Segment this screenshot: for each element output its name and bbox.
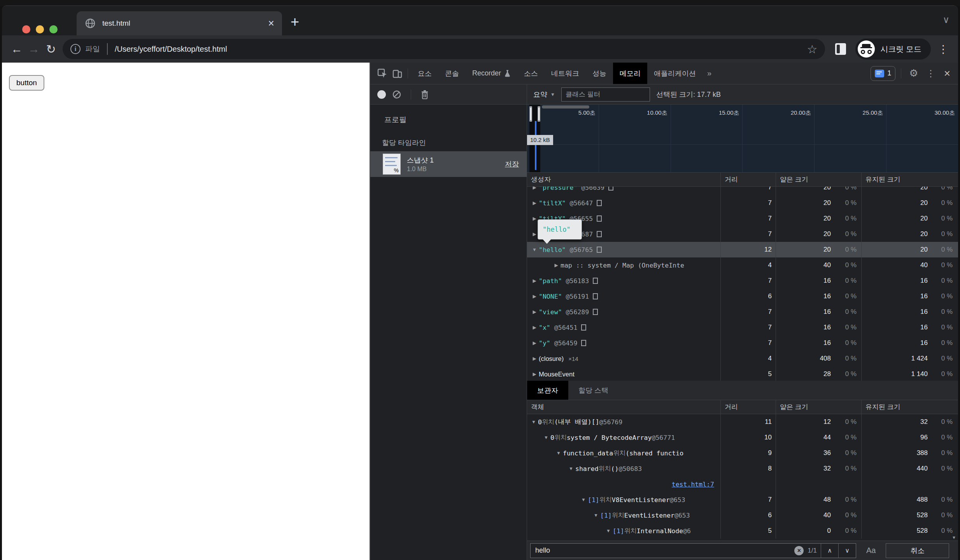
clear-search-icon[interactable]: × bbox=[794, 546, 804, 555]
retainers-tab-보관자[interactable]: 보관자 bbox=[527, 381, 568, 400]
clear-profiles-icon[interactable] bbox=[392, 90, 401, 99]
heap-row[interactable]: ▶"y"@564597160 %160 % bbox=[527, 335, 958, 351]
selection-handle-right[interactable] bbox=[538, 106, 540, 122]
devtools-tab-메모리[interactable]: 메모리 bbox=[613, 63, 647, 84]
col-retained-size[interactable]: 유지된 크기 bbox=[861, 173, 958, 186]
heap-row[interactable]: ▶MouseEvent5280 %1 1400 % bbox=[527, 366, 958, 381]
object-preview-icon[interactable] bbox=[597, 215, 602, 222]
object-preview-icon[interactable] bbox=[597, 200, 602, 206]
devtools-tab-소스[interactable]: 소스 bbox=[517, 63, 545, 84]
retainers-tab-할당 스택[interactable]: 할당 스택 bbox=[568, 381, 618, 400]
expand-caret-icon[interactable]: ▶ bbox=[530, 187, 539, 190]
object-preview-icon[interactable] bbox=[581, 324, 586, 331]
expand-caret-icon[interactable]: ▼ bbox=[592, 513, 600, 518]
forward-button[interactable]: → bbox=[25, 42, 42, 56]
heap-row[interactable]: ▶"NONE"@561916160 %160 % bbox=[527, 289, 958, 304]
retainer-row[interactable]: ▼[1] 위치 V8EventListener @6537480 %4880 % bbox=[527, 492, 958, 508]
source-location-link[interactable]: test.html:7 bbox=[672, 481, 720, 488]
settings-gear-icon[interactable]: ⚙ bbox=[907, 67, 920, 79]
devtools-tab-요소[interactable]: 요소 bbox=[411, 63, 438, 84]
object-preview-icon[interactable] bbox=[593, 278, 598, 284]
retainer-row[interactable]: test.html:7 bbox=[527, 476, 958, 492]
snapshot-item[interactable]: % 스냅샷 1 1.0 MB 저장 bbox=[370, 151, 527, 177]
expand-caret-icon[interactable]: ▶ bbox=[530, 294, 539, 299]
close-window-button[interactable] bbox=[22, 25, 30, 33]
expand-caret-icon[interactable]: ▶ bbox=[530, 371, 539, 377]
heap-row[interactable]: ▶"tiltX"@566477200 %200 % bbox=[527, 195, 958, 211]
match-case-toggle[interactable]: Aa bbox=[866, 546, 876, 555]
object-preview-icon[interactable] bbox=[597, 247, 602, 253]
retainer-row[interactable]: ▼function_data 위치 (shared functio9360 %3… bbox=[527, 445, 958, 461]
search-box[interactable]: × 1/1 ∧ ∨ bbox=[530, 543, 856, 558]
more-tabs-chevron[interactable]: » bbox=[702, 69, 716, 78]
minimize-window-button[interactable] bbox=[36, 25, 44, 33]
search-cancel-button[interactable]: 취소 bbox=[886, 543, 949, 558]
expand-caret-icon[interactable]: ▼ bbox=[579, 497, 588, 502]
heap-row[interactable]: ▶map :: system / Map (OneByteInte4400 %4… bbox=[527, 257, 958, 273]
col-distance-2[interactable]: 거리 bbox=[720, 400, 776, 414]
back-button[interactable]: ← bbox=[8, 42, 25, 56]
snapshot-save-link[interactable]: 저장 bbox=[505, 159, 519, 169]
expand-caret-icon[interactable]: ▼ bbox=[554, 450, 563, 456]
expand-caret-icon[interactable]: ▶ bbox=[530, 309, 539, 315]
bookmark-star-icon[interactable]: ☆ bbox=[807, 42, 818, 56]
devtools-tab-콘솔[interactable]: 콘솔 bbox=[438, 63, 466, 84]
col-constructor[interactable]: 생성자 bbox=[527, 173, 720, 186]
timeline-scrollbar[interactable] bbox=[542, 105, 589, 108]
expand-caret-icon[interactable]: ▶ bbox=[530, 340, 539, 346]
devtools-close-icon[interactable]: × bbox=[941, 67, 953, 80]
expand-caret-icon[interactable]: ▶ bbox=[552, 262, 561, 268]
col-retained-size-2[interactable]: 유지된 크기 bbox=[861, 400, 958, 414]
perspective-select[interactable]: 요약 ▼ bbox=[533, 90, 555, 99]
device-toolbar-icon[interactable] bbox=[390, 66, 405, 81]
heap-row[interactable]: ▶"view"@562897160 %160 % bbox=[527, 304, 958, 320]
record-heap-icon[interactable] bbox=[377, 90, 386, 99]
heap-row[interactable]: ▼"hello"@5676512200 %200 % bbox=[527, 242, 958, 257]
tab-close-icon[interactable]: × bbox=[268, 18, 274, 29]
search-input[interactable] bbox=[531, 546, 794, 555]
object-preview-icon[interactable] bbox=[597, 231, 602, 237]
url-text[interactable]: /Users/yceffort/Desktop/test.html bbox=[115, 45, 802, 54]
site-info-icon[interactable]: i bbox=[70, 44, 81, 54]
retainer-row[interactable]: ▼0 위치 (내부 배열)[] @5676911120 %320 % bbox=[527, 414, 958, 430]
expand-caret-icon[interactable]: ▶ bbox=[530, 325, 539, 330]
selection-handle-left[interactable] bbox=[529, 106, 532, 122]
heap-row[interactable]: ▶"path"@561837160 %160 % bbox=[527, 273, 958, 289]
class-filter-input[interactable] bbox=[561, 88, 650, 102]
expand-caret-icon[interactable]: ▶ bbox=[530, 200, 539, 206]
object-preview-icon[interactable] bbox=[593, 293, 598, 299]
search-prev-icon[interactable]: ∧ bbox=[821, 544, 838, 558]
expand-caret-icon[interactable]: ▼ bbox=[542, 435, 550, 440]
heap-row[interactable]: ▶"x"@564517160 %160 % bbox=[527, 320, 958, 335]
allocation-timeline[interactable]: 5.00초10.00초15.00초20.00초25.00초30.00초 10.2… bbox=[527, 105, 958, 173]
trash-icon[interactable] bbox=[420, 90, 429, 99]
tab-search-chevron-icon[interactable]: ∨ bbox=[942, 14, 949, 25]
col-object[interactable]: 객체 bbox=[527, 400, 720, 414]
devtools-tab-애플리케이션[interactable]: 애플리케이션 bbox=[647, 63, 702, 84]
col-shallow-size[interactable]: 얕은 크기 bbox=[776, 173, 861, 186]
devtools-tab-Recorder[interactable]: Recorder bbox=[466, 63, 517, 84]
heap-row[interactable]: ▶"hello"@566877200 %200 % bbox=[527, 226, 958, 242]
reload-button[interactable]: ↻ bbox=[42, 42, 60, 56]
devtools-menu-icon[interactable]: ⋮ bbox=[926, 68, 935, 79]
expand-caret-icon[interactable]: ▼ bbox=[604, 528, 613, 534]
page-button[interactable]: button bbox=[9, 75, 44, 91]
retainer-row[interactable]: ▼[1] 위치 EventListener @6536400 %5280 % bbox=[527, 508, 958, 523]
object-preview-icon[interactable] bbox=[581, 340, 586, 346]
col-distance[interactable]: 거리 bbox=[720, 173, 776, 186]
expand-caret-icon[interactable]: ▼ bbox=[530, 247, 539, 252]
retainer-row[interactable]: ▼0 위치 system / BytecodeArray @5677110440… bbox=[527, 430, 958, 445]
expand-caret-icon[interactable]: ▼ bbox=[529, 419, 538, 425]
object-preview-icon[interactable] bbox=[608, 187, 613, 191]
object-preview-icon[interactable] bbox=[593, 309, 598, 315]
heap-row[interactable]: ▶"tiltY"@566557200 %200 % bbox=[527, 211, 958, 226]
scroll-down-icon[interactable]: ▼ bbox=[952, 535, 956, 540]
omnibox[interactable]: i 파일 /Users/yceffort/Desktop/test.html ☆ bbox=[63, 39, 825, 59]
zoom-window-button[interactable] bbox=[49, 25, 58, 33]
expand-caret-icon[interactable]: ▶ bbox=[530, 278, 539, 284]
issues-counter[interactable]: 1 bbox=[871, 66, 895, 81]
retainer-row[interactable]: ▼shared 위치 () @506838320 %4400 % bbox=[527, 461, 958, 476]
devtools-tab-네트워크[interactable]: 네트워크 bbox=[545, 63, 586, 84]
expand-caret-icon[interactable]: ▼ bbox=[567, 466, 575, 471]
col-shallow-size-2[interactable]: 얕은 크기 bbox=[776, 400, 861, 414]
